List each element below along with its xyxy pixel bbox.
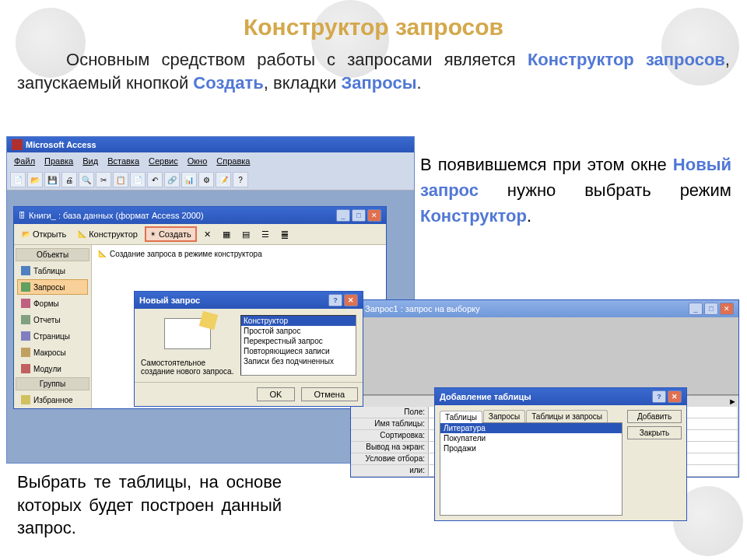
new-query-dialog: Новый запрос ? ✕ Самостоятельное создани… [134,291,363,407]
db-toolbar: 📂Открыть 📐Конструктор ✴Создать ✕ ▦ ▤ ☰ ䷀ [14,224,386,245]
design-icon: 📐 [78,231,86,238]
ok-button[interactable]: OK [257,387,296,401]
add-table-titlebar: Добавление таблицы ? ✕ [435,388,686,405]
tb-code-icon[interactable]: ⚙ [198,172,214,187]
sidebar-item-queries[interactable]: Запросы [17,279,88,295]
tab-queries[interactable]: Запросы [483,410,525,422]
add-table-dialog: Добавление таблицы ? ✕ Таблицы Запросы Т… [434,387,687,521]
menu-help[interactable]: Справка [212,155,254,167]
sidebar-item-macros[interactable]: Макросы [17,345,88,360]
wizard-icon: 📐 [98,250,107,257]
open-icon: 📂 [22,231,30,238]
tab-both[interactable]: Таблицы и запросы [526,410,608,422]
add-button[interactable]: Добавить [627,410,682,423]
tb-open-icon[interactable]: 📂 [27,172,43,187]
qd-table-area[interactable] [351,317,738,395]
tb-help-icon[interactable]: ? [233,172,248,187]
menu-view[interactable]: Вид [79,155,102,167]
intro-text: Основным средством работы с запросами яв… [0,40,747,97]
list-item[interactable]: Записи без подчиненных [241,356,356,366]
tb-undo-icon[interactable]: ↶ [147,172,163,187]
toolbar: 📄 📂 💾 🖨 🔍 ✂ 📋 📄 ↶ 🔗 📊 ⚙ 📝 ? [7,170,414,191]
max-button[interactable]: □ [704,303,718,315]
menu-file[interactable]: Файл [10,155,39,167]
access-titlebar: Microsoft Access [7,137,414,152]
list-item[interactable]: Покупатели [440,433,622,443]
menu-edit[interactable]: Правка [40,155,77,167]
view-small-icon[interactable]: ▤ [237,227,254,242]
side-text: В появившемся при этом окне Новый запрос… [420,152,731,229]
sidebar-item-tables[interactable]: Таблицы [17,263,88,278]
sidebar-item-pages[interactable]: Страницы [17,328,88,344]
delete-button[interactable]: ✕ [199,227,216,242]
sidebar-item-forms[interactable]: Формы [17,296,88,311]
add-table-list[interactable]: Литература Покупатели Продажи [440,422,622,516]
menu-insert[interactable]: Вставка [103,155,143,167]
page-title: Конструктор запросов [0,0,747,40]
design-button[interactable]: 📐Конструктор [73,227,142,241]
menu-bar[interactable]: Файл Правка Вид Вставка Сервис Окно Спра… [7,152,414,170]
db-sidebar: Объекты Таблицы Запросы Формы Отчеты Стр… [14,245,92,408]
close-button[interactable]: ✕ [668,390,682,403]
help-button[interactable]: ? [328,294,342,306]
query-mode-list[interactable]: Конструктор Простой запрос Перекрестный … [240,315,356,376]
new-query-titlebar: Новый запрос ? ✕ [135,292,363,309]
grid-label-show: Вывод на экран: [351,442,429,453]
tb-links-icon[interactable]: 🔗 [164,172,180,187]
menu-window[interactable]: Окно [184,155,212,167]
grid-label-or: или: [351,465,429,476]
add-table-tabs: Таблицы Запросы Таблицы и запросы [440,410,622,422]
bottom-text: Выбрать те таблицы, на основе которых бу… [17,471,282,540]
cancel-button[interactable]: Отмена [301,387,358,401]
min-button[interactable]: _ [336,209,350,222]
min-button[interactable]: _ [689,303,703,315]
create-query-design-row[interactable]: 📐Создание запроса в режиме конструктора [95,248,383,260]
grid-label-criteria: Условие отбора: [351,453,429,464]
db-titlebar: 🗄 Книги_ : база данных (формат Access 20… [14,207,386,224]
close-button[interactable]: ✕ [344,294,358,306]
close-button[interactable]: ✕ [720,303,734,315]
create-button[interactable]: ✴Создать [145,226,197,242]
menu-tools[interactable]: Сервис [145,155,182,167]
max-button[interactable]: □ [352,209,366,222]
sidebar-objects-header: Объекты [16,248,89,261]
tb-copy-icon[interactable]: 📋 [113,172,128,187]
tb-cut-icon[interactable]: ✂ [96,172,111,187]
sidebar-groups-header: Группы [16,377,89,390]
list-item[interactable]: Простой запрос [241,326,356,336]
tb-save-icon[interactable]: 💾 [44,172,60,187]
sidebar-item-modules[interactable]: Модули [17,361,88,376]
access-icon [12,139,23,150]
list-item[interactable]: Повторяющиеся записи [241,346,356,356]
tb-props-icon[interactable]: 📝 [216,172,231,187]
tb-new-icon[interactable]: 📄 [10,172,26,187]
list-item[interactable]: Конструктор [241,316,356,326]
tb-paste-icon[interactable]: 📄 [130,172,146,187]
close-button[interactable]: ✕ [367,209,381,222]
tb-analyze-icon[interactable]: 📊 [181,172,197,187]
open-button[interactable]: 📂Открыть [17,227,71,241]
close-dialog-button[interactable]: Закрыть [627,426,682,439]
tb-preview-icon[interactable]: 🔍 [79,172,94,187]
grid-label-table: Имя таблицы: [351,418,429,429]
preview-image [164,318,211,349]
sidebar-item-reports[interactable]: Отчеты [17,312,88,327]
view-details-icon[interactable]: ䷀ [276,227,293,242]
sidebar-item-favorites[interactable]: Избранное [17,392,88,408]
grid-label-field: Поле: [351,407,429,418]
view-large-icon[interactable]: ▦ [218,227,235,242]
qd-titlebar: 🗄 Запрос1 : запрос на выборку _ □ ✕ [351,300,738,317]
help-button[interactable]: ? [652,390,666,403]
list-item[interactable]: Литература [440,423,622,433]
db-icon: 🗄 [19,212,26,219]
mode-description: Самостоятельное создание нового запроса. [141,352,234,376]
tab-tables[interactable]: Таблицы [440,411,482,423]
grid-label-sort: Сортировка: [351,430,429,441]
view-list-icon[interactable]: ☰ [257,227,274,242]
list-item[interactable]: Продажи [440,443,622,453]
list-item[interactable]: Перекрестный запрос [241,336,356,346]
tb-print-icon[interactable]: 🖨 [61,172,77,187]
new-icon: ✴ [150,231,156,238]
